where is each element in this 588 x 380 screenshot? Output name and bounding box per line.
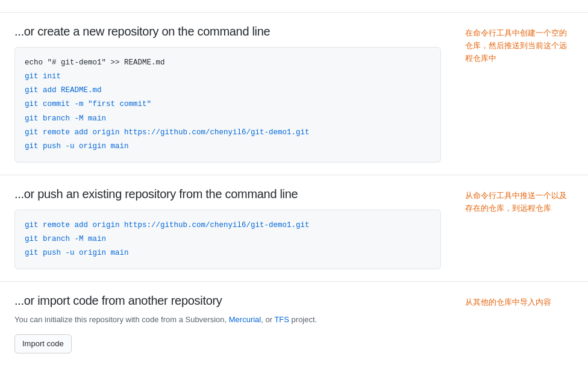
push-existing-annotation: 从命令行工具中推送一个以及存在的仓库，到远程仓库 xyxy=(465,187,574,215)
import-desc-text: You can initialize this repository with … xyxy=(14,315,229,324)
import-description: You can initialize this repository with … xyxy=(14,314,441,326)
create-new-title: ...or create a new repository on the com… xyxy=(14,25,441,39)
import-header: ...or import code from another repositor… xyxy=(14,294,574,354)
import-section: ...or import code from another repositor… xyxy=(0,281,588,366)
import-desc-suffix: project. xyxy=(289,315,317,324)
code-line: git commit -m "first commit" xyxy=(25,98,431,111)
tfs-link[interactable]: TFS xyxy=(274,315,289,324)
code-line: git push -u origin main xyxy=(25,246,431,260)
push-existing-code-block: git remote add origin https://github.com… xyxy=(14,210,441,269)
create-new-annotation: 在命令行工具中创建一个空的仓库，然后推送到当前这个远程仓库中 xyxy=(465,25,574,64)
import-annotation: 从其他的仓库中导入内容 xyxy=(465,294,574,309)
create-new-content: ...or create a new repository on the com… xyxy=(14,25,441,163)
code-line: git remote add origin https://github.com… xyxy=(25,126,431,140)
create-new-section: ...or create a new repository on the com… xyxy=(0,12,588,175)
import-code-button[interactable]: Import code xyxy=(14,334,72,354)
page-container: ...or create a new repository on the com… xyxy=(0,12,588,366)
code-line: git init xyxy=(25,70,431,84)
code-line: git push -u origin main xyxy=(25,140,431,154)
push-existing-title: ...or push an existing repository from t… xyxy=(14,187,441,201)
push-existing-content: ...or push an existing repository from t… xyxy=(14,187,441,269)
push-existing-section: ...or push an existing repository from t… xyxy=(0,175,588,281)
code-line: git add README.md xyxy=(25,84,431,98)
create-new-code-block: echo "# git-demo1" >> README.md git init… xyxy=(14,47,441,163)
import-title: ...or import code from another repositor… xyxy=(14,294,441,308)
code-line: git branch -M main xyxy=(25,232,431,246)
code-line: echo "# git-demo1" >> README.md xyxy=(25,56,431,70)
code-line: git remote add origin https://github.com… xyxy=(25,219,431,232)
mercurial-link[interactable]: Mercurial xyxy=(229,315,261,324)
import-desc-or: , or xyxy=(261,315,274,324)
code-line: git branch -M main xyxy=(25,112,431,126)
import-content: ...or import code from another repositor… xyxy=(14,294,441,354)
